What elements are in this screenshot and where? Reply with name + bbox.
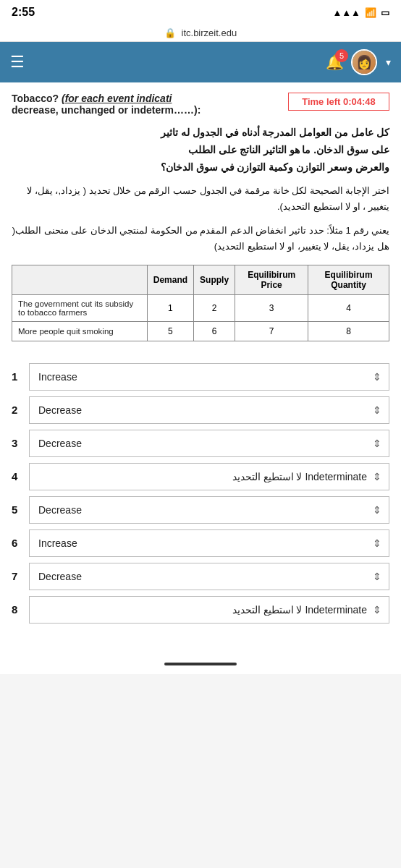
dropdowns-section: 1 Increase Decrease Unchanged Indetermin… — [12, 352, 389, 644]
row-1-eq-price: 3 — [235, 294, 308, 321]
nav-right: 🔔 5 👩 ▾ — [326, 49, 391, 75]
status-bar: 2:55 ▲▲▲ 📶 ▭ — [0, 0, 401, 25]
main-content: Tobacco? (for each event indicati decrea… — [0, 82, 401, 654]
row-2-eq-qty: 8 — [308, 321, 389, 341]
dropdown-wrapper-8[interactable]: Increase Decrease Unchanged Indeterminat… — [29, 596, 389, 624]
row-2-demand: 5 — [147, 321, 193, 341]
avatar-image: 👩 — [353, 51, 376, 74]
address-bar: 🔒 itc.birzeit.edu — [0, 25, 401, 42]
dropdown-number-3: 3 — [12, 437, 29, 449]
col-header-eq-qty: Equilibirum Quantity — [308, 265, 389, 294]
dropdown-select-8[interactable]: Increase Decrease Unchanged Indeterminat… — [30, 597, 389, 623]
col-header-label — [12, 265, 148, 294]
dropdown-wrapper-6[interactable]: Increase Decrease Unchanged Indeterminat… — [29, 529, 389, 557]
clock: 2:55 — [12, 6, 35, 19]
dropdown-number-6: 6 — [12, 537, 29, 549]
dropdown-select-1[interactable]: Increase Decrease Unchanged Indeterminat… — [30, 364, 389, 390]
arabic-example: يعني رقم 1 مثلاً: حدد تاثير انخفاض الدعم… — [12, 223, 389, 255]
wifi-icon: 📶 — [365, 7, 376, 18]
dropdown-wrapper-1[interactable]: Increase Decrease Unchanged Indeterminat… — [29, 363, 389, 391]
dropdown-select-6[interactable]: Increase Decrease Unchanged Indeterminat… — [30, 530, 389, 556]
dropdown-select-3[interactable]: Increase Decrease Unchanged Indeterminat… — [30, 430, 389, 456]
bottom-bar — [0, 654, 401, 674]
dropdown-select-4[interactable]: Increase Decrease Unchanged Indeterminat… — [30, 464, 389, 490]
avatar[interactable]: 👩 — [351, 49, 377, 75]
dropdown-row-5: 5 Increase Decrease Unchanged Indetermin… — [12, 496, 389, 524]
dropdown-number-7: 7 — [12, 570, 29, 582]
row-1-supply: 2 — [194, 294, 235, 321]
dropdown-row-7: 7 Increase Decrease Unchanged Indetermin… — [12, 563, 389, 590]
timer-label: Time left 0:04:48 — [302, 96, 376, 107]
dropdown-wrapper-5[interactable]: Increase Decrease Unchanged Indeterminat… — [29, 496, 389, 524]
table-row: More people quit smoking 5 6 7 8 — [12, 321, 389, 341]
row-2-supply: 6 — [194, 321, 235, 341]
signal-icon: ▲▲▲ — [332, 7, 360, 18]
battery-icon: ▭ — [381, 7, 389, 18]
dropdown-number-8: 8 — [12, 603, 29, 616]
arabic-instruction: اختر الإجابة الصحيحة لكل خانة مرقمة في ا… — [12, 183, 389, 215]
col-header-eq-price: Equilibirum Price — [235, 265, 308, 294]
arabic-line2: على سوق الدخان. ما هو التاثير الناتج على… — [12, 142, 389, 159]
dropdown-select-7[interactable]: Increase Decrease Unchanged Indeterminat… — [30, 563, 389, 590]
data-table-container: Demand Supply Equilibirum Price Equilibi… — [12, 265, 389, 341]
question-title-text: Tobacco? — [12, 93, 62, 104]
dropdown-wrapper-2[interactable]: Increase Decrease Unchanged Indeterminat… — [29, 396, 389, 424]
hamburger-menu-icon[interactable]: ☰ — [10, 53, 25, 72]
dropdown-number-1: 1 — [12, 370, 29, 383]
dropdown-select-2[interactable]: Increase Decrease Unchanged Indeterminat… — [30, 397, 389, 423]
dropdown-row-8: 8 Increase Decrease Unchanged Indetermin… — [12, 596, 389, 624]
dropdown-number-4: 4 — [12, 470, 29, 482]
col-header-demand: Demand — [147, 265, 193, 294]
dropdown-number-2: 2 — [12, 404, 29, 416]
question-title-ellipsis: decrease, unchanged or indeterm……): — [12, 104, 200, 116]
top-nav: ☰ 🔔 5 👩 ▾ — [0, 42, 401, 82]
bottom-indicator — [164, 663, 237, 665]
arabic-instruction-text: اختر الإجابة الصحيحة لكل خانة مرقمة في ا… — [12, 183, 389, 215]
dropdown-select-5[interactable]: Increase Decrease Unchanged Indeterminat… — [30, 497, 389, 523]
question-title: Tobacco? (for each event indicati decrea… — [12, 93, 288, 116]
dropdown-row-2: 2 Increase Decrease Unchanged Indetermin… — [12, 396, 389, 424]
notification-badge: 5 — [335, 49, 348, 62]
dropdown-row-3: 3 Increase Decrease Unchanged Indetermin… — [12, 430, 389, 457]
arabic-main-text: كل عامل من العوامل المدرجة أدناه في الجد… — [12, 124, 389, 176]
url-text: itc.birzeit.edu — [182, 27, 237, 38]
row-1-demand: 1 — [147, 294, 193, 321]
chevron-down-icon[interactable]: ▾ — [386, 56, 391, 68]
dropdown-row-6: 6 Increase Decrease Unchanged Indetermin… — [12, 529, 389, 557]
arabic-line3: والعرض وسعر التوازن وكمية التوازن في سوق… — [12, 159, 389, 176]
row-2-label: More people quit smoking — [12, 321, 148, 341]
dropdown-wrapper-7[interactable]: Increase Decrease Unchanged Indeterminat… — [29, 563, 389, 590]
dropdown-wrapper-4[interactable]: Increase Decrease Unchanged Indeterminat… — [29, 463, 389, 490]
arabic-example-text: يعني رقم 1 مثلاً: حدد تاثير انخفاض الدعم… — [12, 223, 389, 255]
dropdown-row-1: 1 Increase Decrease Unchanged Indetermin… — [12, 363, 389, 391]
status-icons: ▲▲▲ 📶 ▭ — [332, 7, 389, 18]
dropdown-number-5: 5 — [12, 503, 29, 516]
row-1-label: The government cut its subsidy to tobacc… — [12, 294, 148, 321]
table-row: The government cut its subsidy to tobacc… — [12, 294, 389, 321]
row-2-eq-price: 7 — [235, 321, 308, 341]
dropdown-row-4: 4 Increase Decrease Unchanged Indetermin… — [12, 463, 389, 490]
dropdown-wrapper-3[interactable]: Increase Decrease Unchanged Indeterminat… — [29, 430, 389, 457]
notification-bell[interactable]: 🔔 5 — [326, 54, 344, 71]
question-header: Tobacco? (for each event indicati decrea… — [12, 93, 389, 116]
lock-icon: 🔒 — [164, 27, 176, 38]
col-header-supply: Supply — [194, 265, 235, 294]
arabic-line1: كل عامل من العوامل المدرجة أدناه في الجد… — [12, 124, 389, 142]
timer-box: Time left 0:04:48 — [288, 93, 389, 111]
data-table: Demand Supply Equilibirum Price Equilibi… — [12, 265, 389, 341]
row-1-eq-qty: 4 — [308, 294, 389, 321]
question-title-italic: (for each event indicati — [62, 93, 172, 104]
